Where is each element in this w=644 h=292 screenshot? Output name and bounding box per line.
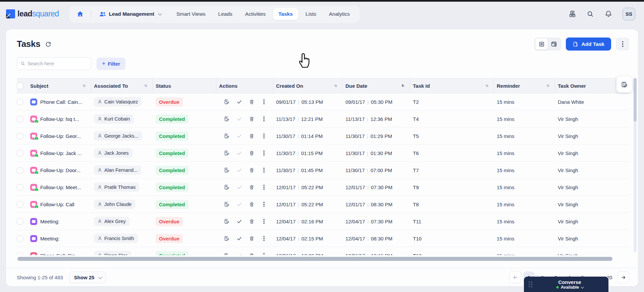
column-header[interactable]: Status (153, 78, 216, 93)
nav-tab[interactable]: Leads (213, 8, 238, 20)
row-checkbox[interactable] (17, 235, 23, 242)
sort-icon[interactable] (484, 83, 489, 88)
delete-task-button[interactable] (247, 182, 256, 192)
edit-task-button[interactable] (222, 148, 231, 158)
delete-task-button[interactable] (247, 217, 256, 226)
table-row[interactable]: Phone Call: Rin... Ringo Star Completed (17, 247, 629, 255)
table-row[interactable]: Phone Call: Cain... Cain Valasquez Overd… (17, 93, 629, 111)
next-page-button[interactable] (617, 271, 629, 283)
table-row[interactable]: Meeting: Alex Grey Overdue (17, 213, 629, 230)
row-more-button[interactable] (259, 234, 269, 243)
edit-task-button[interactable] (222, 234, 231, 243)
subject-cell[interactable]: Follow-Up: Meet... (28, 184, 91, 191)
row-more-button[interactable] (259, 200, 269, 209)
edit-task-button[interactable] (222, 165, 231, 175)
sort-icon[interactable] (400, 83, 405, 88)
row-checkbox[interactable] (17, 252, 23, 256)
associated-lead-chip[interactable]: Alan Fernand... (94, 165, 141, 175)
delete-task-button[interactable] (247, 234, 256, 243)
table-row[interactable]: Meeting: Francis Smith Overdue (17, 230, 629, 247)
row-more-button[interactable] (259, 251, 269, 255)
associated-lead-chip[interactable]: Jack Jones (94, 148, 132, 158)
column-header[interactable]: Subject (28, 78, 91, 93)
row-checkbox[interactable] (17, 133, 23, 139)
subject-cell[interactable]: Follow-Up: Call (28, 201, 91, 208)
subject-cell[interactable]: Follow-Up: Jack ... (28, 150, 91, 157)
table-row[interactable]: Follow-Up: Call John Claude Completed (17, 196, 629, 213)
nav-tab[interactable]: Analytics (324, 8, 355, 20)
nav-tab[interactable]: Activities (240, 8, 271, 20)
nav-tab[interactable]: Tasks (273, 8, 298, 20)
search-input[interactable] (28, 61, 88, 66)
associated-lead-chip[interactable]: John Claude (94, 200, 135, 209)
associated-lead-chip[interactable]: Kurt Cobain (94, 114, 134, 124)
previous-page-button[interactable] (509, 271, 521, 283)
table-row[interactable]: Follow-Up: Meet... Pratik Thomas Complet… (17, 179, 629, 196)
sort-icon[interactable] (143, 83, 148, 88)
delete-task-button[interactable] (247, 148, 256, 158)
delete-task-button[interactable] (247, 200, 256, 209)
availability-selector[interactable]: Available (536, 285, 604, 290)
associated-lead-chip[interactable]: George Jacks... (94, 131, 142, 141)
delete-task-button[interactable] (247, 251, 256, 255)
column-header[interactable]: Actions (216, 78, 273, 93)
row-checkbox[interactable] (17, 116, 23, 122)
more-options-button[interactable] (616, 38, 629, 51)
row-checkbox[interactable] (17, 167, 23, 173)
associated-lead-chip[interactable]: Francis Smith (94, 234, 138, 243)
sort-icon[interactable] (82, 83, 86, 88)
drag-handle-icon[interactable] (529, 281, 532, 287)
horizontal-scrollbar-thumb[interactable] (17, 257, 612, 261)
import-button[interactable] (568, 10, 576, 18)
sort-icon[interactable] (545, 83, 550, 88)
filter-button[interactable]: + Filter (97, 58, 125, 70)
subject-cell[interactable]: Meeting: (28, 218, 91, 225)
nav-tab[interactable]: Smart Views (171, 8, 211, 20)
edit-task-button[interactable] (222, 97, 231, 106)
page-size-select[interactable]: Show 25 (69, 272, 107, 283)
row-more-button[interactable] (259, 114, 269, 124)
associated-lead-chip[interactable]: Cain Valasquez (94, 97, 142, 106)
refresh-button[interactable] (45, 41, 51, 47)
table-row[interactable]: Follow-Up: lsq t... Kurt Cobain Complete… (17, 111, 629, 128)
list-view-button[interactable] (535, 39, 548, 50)
row-checkbox[interactable] (17, 218, 23, 225)
select-all-checkbox[interactable] (17, 83, 23, 89)
mark-complete-button[interactable] (234, 97, 244, 106)
mark-complete-button[interactable] (234, 200, 244, 209)
mark-complete-button[interactable] (234, 114, 244, 124)
edit-task-button[interactable] (222, 182, 231, 192)
mark-complete-button[interactable] (234, 182, 244, 192)
notifications-button[interactable] (604, 10, 612, 18)
column-header[interactable]: Task Id (410, 78, 494, 93)
row-more-button[interactable] (259, 165, 269, 175)
subject-cell[interactable]: Phone Call: Cain... (28, 98, 91, 105)
nav-tab[interactable]: Lists (300, 8, 322, 20)
workspace-selector[interactable]: Lead Management (96, 8, 164, 20)
converse-widget[interactable]: Converse Available (524, 277, 608, 292)
row-more-button[interactable] (259, 131, 269, 141)
column-header[interactable]: Due Date (343, 78, 410, 93)
search-button[interactable] (586, 10, 594, 18)
column-header[interactable]: Created On (273, 78, 343, 93)
subject-cell[interactable]: Follow-Up: Geor... (28, 133, 91, 140)
column-header[interactable]: Reminder (494, 78, 555, 93)
add-task-button[interactable]: Add Task (566, 38, 611, 51)
delete-task-button[interactable] (247, 131, 256, 141)
row-checkbox[interactable] (17, 99, 23, 105)
row-more-button[interactable] (259, 97, 269, 106)
mark-complete-button[interactable] (234, 148, 244, 158)
associated-lead-chip[interactable]: Ringo Star (94, 251, 131, 255)
mark-complete-button[interactable] (234, 234, 244, 243)
table-row[interactable]: Follow-Up: Geor... George Jacks... Compl… (17, 128, 629, 145)
vertical-scrollbar[interactable] (634, 78, 637, 252)
delete-task-button[interactable] (247, 114, 256, 124)
edit-task-button[interactable] (222, 114, 231, 124)
column-header[interactable]: Associated To (91, 78, 153, 93)
row-more-button[interactable] (259, 217, 269, 226)
calendar-view-button[interactable] (548, 39, 560, 50)
associated-lead-chip[interactable]: Alex Grey (94, 217, 129, 226)
delete-task-button[interactable] (247, 165, 256, 175)
subject-cell[interactable]: Follow-Up: Door... (28, 167, 91, 174)
user-avatar[interactable]: SS (623, 8, 635, 20)
